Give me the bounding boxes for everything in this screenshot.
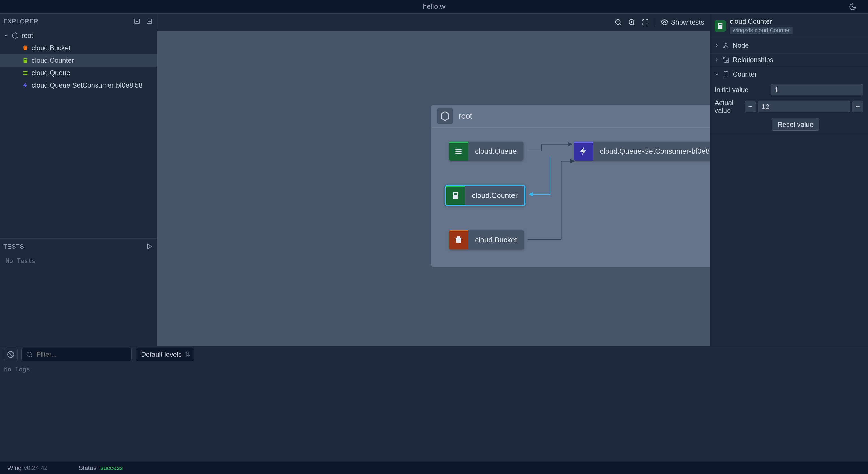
expand-all-button[interactable] [133,18,141,25]
canvas-area: Show tests root [157,13,710,346]
status-value: success [100,464,123,472]
graph-node-bucket[interactable]: cloud.Bucket [449,230,524,249]
svg-rect-27 [727,61,728,62]
reset-value-button[interactable]: Reset value [772,118,819,130]
canvas-viewport[interactable]: root [157,31,710,346]
svg-rect-5 [24,72,28,73]
svg-rect-17 [456,151,461,152]
tests-title: TESTS [3,243,24,250]
counter-icon [446,186,465,205]
initial-value-input[interactable] [771,84,864,95]
svg-point-24 [724,47,725,48]
svg-rect-19 [453,192,458,199]
svg-rect-22 [719,24,721,25]
search-icon [26,351,33,358]
bucket-icon [449,230,468,249]
fit-view-button[interactable] [641,19,649,26]
initial-value-label: Initial value [715,86,767,94]
svg-rect-3 [24,59,26,60]
theme-toggle-button[interactable] [849,3,857,11]
play-icon [146,243,153,250]
zoom-in-icon [628,19,636,26]
zoom-out-icon [615,19,622,26]
svg-line-9 [620,24,621,25]
svg-line-31 [8,352,13,356]
file-title: hello.w [423,2,445,11]
log-levels-select[interactable]: Default levels [135,348,194,361]
svg-rect-21 [718,23,722,29]
svg-point-25 [727,47,728,48]
function-icon [22,82,29,89]
svg-rect-18 [456,153,461,154]
graph-node-label: cloud.Queue-SetConsumer-bf0e8f58 [593,141,710,161]
svg-line-33 [31,356,32,357]
eye-icon [661,19,668,26]
tree-item-label: root [22,32,33,39]
explorer-title: EXPLORER [3,18,38,25]
svg-marker-7 [148,244,151,249]
section-label: Relationships [733,56,773,64]
levels-label: Default levels [141,351,182,358]
chevron-down-icon [715,72,719,76]
tree-item-root[interactable]: root [0,29,157,42]
section-label: Node [733,41,749,50]
logs-empty-message: No logs [0,363,868,462]
app-version: v0.24.42 [24,464,48,472]
svg-rect-6 [24,74,28,75]
chevron-down-icon [3,33,9,38]
section-counter-toggle[interactable]: Counter [710,67,868,81]
svg-point-15 [663,21,665,23]
increment-button[interactable]: + [852,101,864,113]
graph-node-label: cloud.Bucket [468,230,524,249]
graph-node-queue[interactable]: cloud.Queue [449,141,523,161]
clear-logs-button[interactable] [4,348,18,361]
svg-rect-4 [24,71,28,72]
tree-item-label: cloud.Queue [32,69,70,77]
chevron-right-icon [715,58,719,62]
counter-icon [722,71,729,78]
logs-filter-input[interactable] [22,348,132,361]
run-tests-button[interactable] [146,243,153,251]
decrement-button[interactable]: − [745,101,756,113]
tests-section: TESTS No Tests [0,239,157,346]
tree-item-queue-consumer[interactable]: cloud.Queue-SetConsumer-bf0e8f58 [0,79,157,92]
moon-icon [849,3,857,11]
function-icon [574,141,593,161]
svg-point-23 [725,43,726,44]
tree-item-label: cloud.Bucket [32,44,70,52]
graph-root-container: root [431,104,710,267]
graph-node-queue-consumer[interactable]: cloud.Queue-SetConsumer-bf0e8f58 [574,141,710,161]
inspector-title: cloud.Counter [730,18,793,25]
left-panel: EXPLORER [0,13,157,346]
explorer-tree: root cloud.Bucket cloud.Counter [0,29,157,239]
svg-line-12 [633,24,634,25]
section-node-toggle[interactable]: Node [710,38,868,53]
tree-item-counter[interactable]: cloud.Counter [0,54,157,67]
expand-icon [134,18,141,25]
queue-icon [449,141,468,161]
queue-icon [22,69,29,76]
bucket-icon [22,44,29,52]
section-relationships-toggle[interactable]: Relationships [710,53,868,67]
tree-item-bucket[interactable]: cloud.Bucket [0,42,157,54]
logs-panel: Default levels No logs [0,346,868,462]
counter-icon [22,57,29,64]
relationships-icon [722,57,729,63]
toolbar-divider [655,18,655,27]
svg-point-32 [27,352,31,356]
explorer-header: EXPLORER [0,13,157,29]
graph-node-label: cloud.Counter [465,186,524,205]
tree-item-queue[interactable]: cloud.Queue [0,67,157,79]
graph-node-counter[interactable]: cloud.Counter [445,185,525,206]
inspector-panel: cloud.Counter wingsdk.cloud.Counter Node… [710,13,868,346]
box-icon [437,108,453,124]
section-label: Counter [733,70,757,78]
actual-value-label: Actual value [715,99,741,115]
actual-value-input[interactable] [757,101,850,113]
tests-empty-message: No Tests [0,254,157,267]
zoom-in-button[interactable] [628,19,636,26]
show-tests-label: Show tests [671,19,704,26]
zoom-out-button[interactable] [614,19,622,26]
show-tests-toggle[interactable]: Show tests [661,19,704,26]
collapse-all-button[interactable] [146,18,153,25]
